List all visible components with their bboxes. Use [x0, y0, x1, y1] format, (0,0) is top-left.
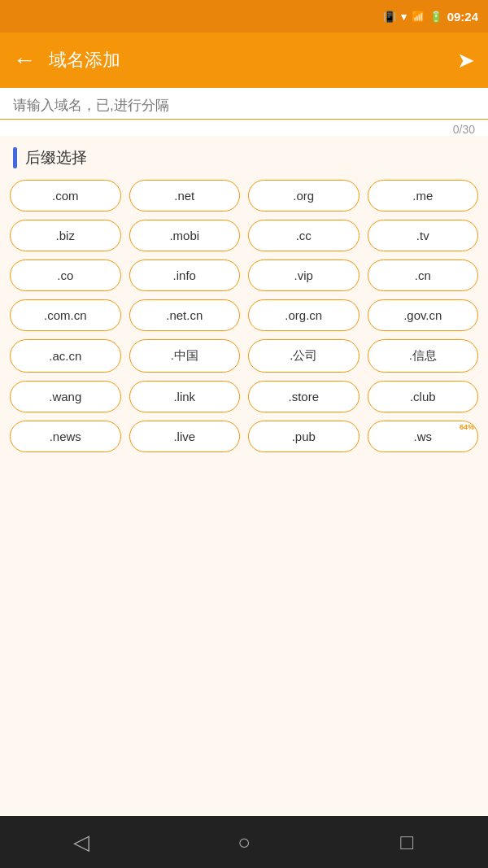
- suffix-button[interactable]: .store: [248, 381, 359, 412]
- suffix-button[interactable]: .ws64%: [368, 421, 479, 452]
- suffix-label: .pub: [292, 430, 316, 443]
- suffix-button[interactable]: .org: [248, 180, 359, 212]
- suffix-label: .net.cn: [166, 308, 203, 322]
- suffix-label: .co: [57, 268, 73, 282]
- suffix-label: .biz: [56, 229, 75, 242]
- suffix-label: .live: [173, 430, 195, 443]
- suffix-label: .com.cn: [44, 308, 87, 322]
- suffix-button[interactable]: .ac.cn: [10, 339, 121, 373]
- suffix-label: .com: [52, 189, 79, 203]
- suffix-badge: 64%: [460, 423, 474, 431]
- suffix-label: .wang: [49, 390, 81, 403]
- suffix-label: .tv: [416, 229, 429, 242]
- suffix-label: .org.cn: [285, 308, 322, 322]
- signal-icon: 📶: [412, 11, 425, 23]
- suffix-label: .store: [288, 390, 319, 403]
- suffix-button[interactable]: .公司: [248, 339, 359, 373]
- section-title: 后缀选择: [25, 147, 87, 168]
- suffix-button[interactable]: .gov.cn: [368, 299, 479, 331]
- recent-nav-button[interactable]: □: [382, 818, 431, 866]
- suffix-button[interactable]: .info: [129, 260, 241, 291]
- suffix-label: .gov.cn: [403, 308, 442, 322]
- suffix-label: .me: [412, 189, 433, 203]
- suffix-label: .ws: [414, 430, 433, 443]
- suffix-button[interactable]: .me: [368, 180, 479, 212]
- suffix-label: .中国: [171, 348, 198, 364]
- suffix-button[interactable]: .net: [129, 180, 241, 212]
- suffix-button[interactable]: .biz: [10, 220, 121, 251]
- page-title: 域名添加: [49, 48, 457, 72]
- suffix-label: .ac.cn: [49, 349, 81, 363]
- suffix-button[interactable]: .co: [10, 260, 121, 291]
- domain-input[interactable]: [13, 98, 475, 114]
- suffix-button[interactable]: .wang: [10, 381, 121, 412]
- suffix-button[interactable]: .live: [129, 421, 241, 452]
- suffix-label: .news: [50, 430, 81, 443]
- suffix-button[interactable]: .news: [10, 421, 121, 452]
- suffix-button[interactable]: .link: [129, 381, 241, 412]
- back-button[interactable]: ←: [13, 47, 36, 73]
- suffix-button[interactable]: .cn: [368, 260, 479, 291]
- suffix-button[interactable]: .vip: [248, 260, 359, 291]
- section-header: 后缀选择: [0, 136, 488, 177]
- suffix-button[interactable]: .club: [368, 381, 479, 412]
- vibrate-icon: 📳: [383, 11, 396, 23]
- input-area: [0, 88, 488, 120]
- suffix-button[interactable]: .cc: [248, 220, 359, 251]
- back-nav-button[interactable]: ◁: [57, 818, 106, 866]
- suffix-label: .org: [293, 189, 314, 203]
- suffix-label: .link: [173, 390, 195, 403]
- suffix-button[interactable]: .tv: [368, 220, 479, 251]
- suffix-label: .公司: [290, 348, 317, 364]
- suffix-button[interactable]: .pub: [248, 421, 359, 452]
- suffix-button[interactable]: .中国: [129, 339, 241, 373]
- status-icons: 📳 ▾ 📶 🔋 09:24: [383, 10, 478, 24]
- suffix-label: .cn: [415, 268, 431, 282]
- time-display: 09:24: [447, 10, 478, 24]
- suffix-button[interactable]: .com.cn: [10, 299, 121, 331]
- suffix-label: .club: [410, 390, 436, 403]
- nav-bar: ← 域名添加 ➤: [0, 33, 488, 88]
- bottom-nav: ◁ ○ □: [0, 816, 488, 868]
- suffix-button[interactable]: .org.cn: [248, 299, 359, 331]
- suffix-button[interactable]: .com: [10, 180, 121, 212]
- main-content: 后缀选择 .com.net.org.me.biz.mobi.cc.tv.co.i…: [0, 136, 488, 816]
- status-bar: 📳 ▾ 📶 🔋 09:24: [0, 0, 488, 33]
- suffix-grid: .com.net.org.me.biz.mobi.cc.tv.co.info.v…: [0, 177, 488, 456]
- suffix-label: .vip: [294, 268, 313, 282]
- suffix-label: .mobi: [169, 229, 199, 242]
- battery-icon: 🔋: [429, 11, 442, 23]
- send-button[interactable]: ➤: [457, 48, 475, 73]
- suffix-label: .cc: [296, 229, 312, 242]
- suffix-button[interactable]: .mobi: [129, 220, 241, 251]
- counter-display: 0/30: [453, 123, 475, 136]
- section-bar-decoration: [13, 147, 17, 168]
- wifi-icon: ▾: [401, 11, 407, 23]
- suffix-label: .信息: [409, 348, 437, 364]
- suffix-button[interactable]: .信息: [368, 339, 479, 373]
- suffix-label: .net: [174, 189, 194, 203]
- suffix-label: .info: [173, 268, 196, 282]
- counter-row: 0/30: [0, 120, 488, 136]
- home-nav-button[interactable]: ○: [220, 818, 268, 866]
- suffix-button[interactable]: .net.cn: [129, 299, 241, 331]
